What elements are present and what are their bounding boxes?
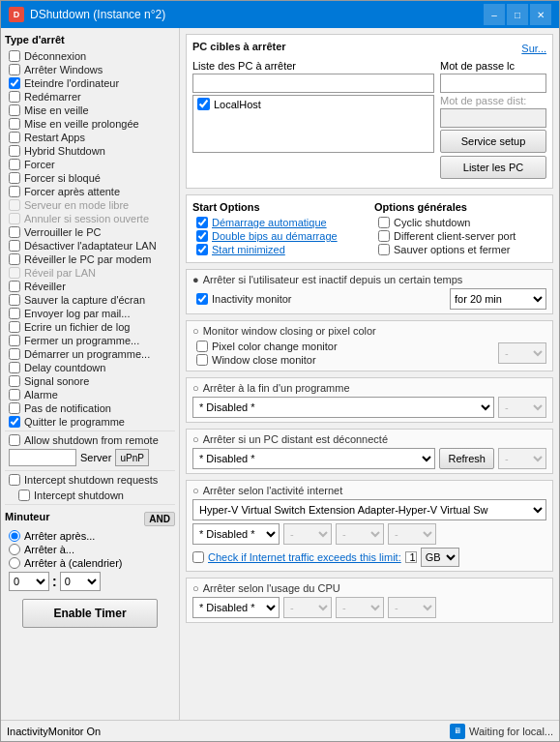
monitor-row: Pixel color change monitor Window close … bbox=[192, 340, 546, 367]
deconnexion-checkbox[interactable] bbox=[9, 50, 20, 62]
desactiver-lan-checkbox[interactable] bbox=[9, 240, 20, 252]
annuler-session-checkbox[interactable] bbox=[9, 213, 20, 224]
server-input[interactable] bbox=[9, 449, 76, 466]
double-bips-checkbox[interactable] bbox=[196, 230, 208, 242]
start-minimized-checkbox[interactable] bbox=[196, 244, 208, 255]
enable-timer-button[interactable]: Enable Timer bbox=[22, 599, 158, 628]
desactiver-lan-label: Désactiver l'adaptateur LAN bbox=[24, 240, 157, 252]
capture-ecran-checkbox[interactable] bbox=[9, 294, 20, 306]
forcer-checkbox[interactable] bbox=[9, 159, 20, 170]
fermer-prog-checkbox[interactable] bbox=[9, 335, 20, 346]
traffic-limit-input[interactable] bbox=[405, 551, 417, 563]
close-button[interactable]: ✕ bbox=[530, 4, 551, 25]
internet-dash2-select[interactable]: - bbox=[336, 523, 384, 545]
list-item: Déconnexion bbox=[5, 49, 175, 63]
hybrid-shutdown-checkbox[interactable] bbox=[9, 145, 20, 157]
arret-prog-select[interactable]: * Disabled * bbox=[192, 397, 494, 418]
allow-shutdown-checkbox[interactable] bbox=[9, 434, 20, 446]
minimize-button[interactable]: – bbox=[484, 4, 505, 25]
check-traffic-label[interactable]: Check if Internet traffic exceeds this l… bbox=[208, 551, 401, 563]
demarrage-auto-label[interactable]: Démarrage automatique bbox=[212, 217, 327, 228]
start-minimized-item: Start minimized bbox=[192, 243, 365, 256]
refresh-button[interactable]: Refresh bbox=[439, 448, 494, 469]
signal-sonore-checkbox[interactable] bbox=[9, 375, 20, 387]
pc-cibles-title: PC cibles à arrêter bbox=[192, 41, 286, 52]
forcer-bloque-checkbox[interactable] bbox=[9, 172, 20, 184]
intercept-shutdown-checkbox[interactable] bbox=[18, 490, 30, 501]
delay-countdown-checkbox[interactable] bbox=[9, 362, 20, 373]
cpu-dash3-select[interactable]: - bbox=[388, 597, 436, 618]
arret-distant-bullet: ○ bbox=[192, 433, 199, 445]
alarme-checkbox[interactable] bbox=[9, 389, 20, 401]
mise-veille-checkbox[interactable] bbox=[9, 104, 20, 116]
sauver-options-checkbox[interactable] bbox=[378, 244, 390, 255]
lister-pc-button[interactable]: Lister les PC bbox=[440, 156, 546, 179]
mdp-dist-input[interactable] bbox=[440, 108, 546, 128]
inactivity-for-select[interactable]: for 20 min for 10 min for 30 min bbox=[450, 288, 546, 310]
intercept-checkbox[interactable] bbox=[9, 474, 20, 486]
arret-distant-section: ○ Arrêter si un PC distant est déconnect… bbox=[186, 429, 553, 474]
upnp-button[interactable]: uPnP bbox=[115, 449, 148, 466]
inactivity-title: Arrêter si l'utilisateur est inactif dep… bbox=[203, 274, 463, 285]
serveur-mode-libre-checkbox[interactable] bbox=[9, 199, 20, 211]
sauver-options-item: Sauver options et fermer bbox=[374, 243, 546, 256]
arreter-a-radio[interactable] bbox=[9, 544, 20, 555]
reveiller-checkbox[interactable] bbox=[9, 281, 20, 292]
restart-apps-checkbox[interactable] bbox=[9, 132, 20, 143]
arreter-apres-radio[interactable] bbox=[9, 530, 20, 542]
internet-dash1-select[interactable]: - bbox=[283, 523, 332, 545]
pixel-color-checkbox[interactable] bbox=[196, 341, 208, 352]
eteindre-checkbox[interactable] bbox=[9, 77, 20, 89]
double-bips-label[interactable]: Double bips au démarrage bbox=[212, 230, 338, 242]
verrouiller-checkbox[interactable] bbox=[9, 226, 20, 238]
quitter-prog-label: Quitter le programme bbox=[24, 416, 125, 428]
start-minimized-label[interactable]: Start minimized bbox=[212, 244, 285, 255]
arret-prog-title: Arrêter à la fin d'un programme bbox=[203, 382, 350, 394]
signal-sonore-label: Signal sonore bbox=[24, 375, 89, 387]
fichier-log-checkbox[interactable] bbox=[9, 321, 20, 333]
mise-veille-prolongee-checkbox[interactable] bbox=[9, 118, 20, 130]
inactivity-monitor-checkbox[interactable] bbox=[196, 293, 208, 305]
cyclic-shutdown-checkbox[interactable] bbox=[378, 217, 390, 228]
localhost-checkbox[interactable] bbox=[197, 98, 210, 110]
arret-distant-dash-select[interactable]: - bbox=[498, 448, 546, 469]
check-traffic-checkbox[interactable] bbox=[192, 551, 204, 563]
maximize-button[interactable]: □ bbox=[507, 4, 528, 25]
pc-listbox[interactable]: LocalHost bbox=[192, 95, 434, 153]
redemarrer-checkbox[interactable] bbox=[9, 91, 20, 103]
cpu-dash1-select[interactable]: - bbox=[283, 597, 332, 618]
pas-notification-checkbox[interactable] bbox=[9, 402, 20, 414]
list-item: Réveiller le PC par modem bbox=[5, 252, 175, 266]
cpu-disabled-select[interactable]: * Disabled * bbox=[192, 597, 280, 618]
pc-input[interactable] bbox=[192, 74, 434, 93]
hour-select[interactable]: 0123 bbox=[9, 572, 49, 591]
mdp-local-input[interactable] bbox=[440, 74, 546, 93]
forcer-bloque-label: Forcer si bloqué bbox=[24, 172, 101, 184]
demarrage-auto-checkbox[interactable] bbox=[196, 217, 208, 228]
different-port-checkbox[interactable] bbox=[378, 230, 390, 242]
arret-distant-row: * Disabled * Refresh - bbox=[192, 448, 546, 469]
quitter-prog-checkbox[interactable] bbox=[9, 416, 20, 428]
arreter-calendrier-label: Arrêter à (calendrier) bbox=[24, 557, 122, 569]
status-icon: 🖥 bbox=[450, 724, 465, 739]
sur-link[interactable]: Sur... bbox=[521, 43, 546, 54]
reveiller-modem-checkbox[interactable] bbox=[9, 253, 20, 265]
minute-select[interactable]: 0153045 bbox=[60, 572, 101, 591]
gb-select[interactable]: GB MB bbox=[421, 548, 459, 567]
envoyer-log-checkbox[interactable] bbox=[9, 308, 20, 319]
arret-distant-select[interactable]: * Disabled * bbox=[192, 448, 435, 469]
internet-disabled-select[interactable]: * Disabled * bbox=[192, 523, 280, 545]
service-setup-button[interactable]: Service setup bbox=[440, 130, 546, 153]
monitor-dropdown[interactable]: - bbox=[498, 342, 546, 364]
cpu-dash2-select[interactable]: - bbox=[336, 597, 384, 618]
reveil-lan-checkbox[interactable] bbox=[9, 267, 20, 279]
forcer-attente-checkbox[interactable] bbox=[9, 186, 20, 197]
arreter-calendrier-radio[interactable] bbox=[9, 557, 20, 569]
window-close-checkbox[interactable] bbox=[196, 354, 208, 366]
demarrer-prog-checkbox[interactable] bbox=[9, 348, 20, 360]
arreter-windows-checkbox[interactable] bbox=[9, 64, 20, 75]
list-item: Annuler si session ouverte bbox=[5, 212, 175, 225]
arret-prog-dash-select[interactable]: - bbox=[498, 397, 546, 418]
internet-dash3-select[interactable]: - bbox=[388, 523, 436, 545]
internet-adapter-select[interactable]: Hyper-V Virtual Switch Extension Adapter… bbox=[192, 499, 546, 520]
